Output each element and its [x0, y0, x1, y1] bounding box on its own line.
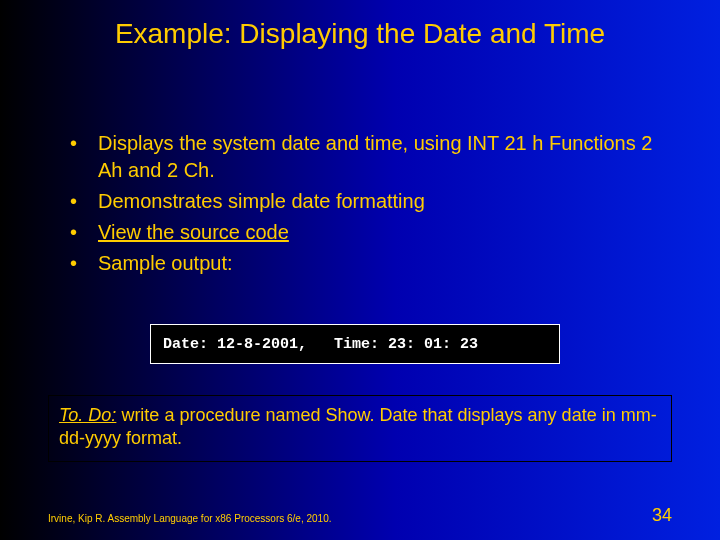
- bullet-dot: •: [70, 130, 98, 157]
- slide: Example: Displaying the Date and Time • …: [0, 0, 720, 540]
- list-item: • Displays the system date and time, usi…: [70, 130, 660, 184]
- bullet-dot: •: [70, 188, 98, 215]
- footer-citation: Irvine, Kip R. Assembly Language for x86…: [48, 513, 332, 524]
- list-item: • Demonstrates simple date formatting: [70, 188, 660, 215]
- source-code-link[interactable]: View the source code: [98, 219, 660, 246]
- bullet-dot: •: [70, 250, 98, 277]
- todo-text: write a procedure named Show. Date that …: [59, 405, 657, 448]
- bullet-text: Sample output:: [98, 250, 660, 277]
- slide-title: Example: Displaying the Date and Time: [0, 18, 720, 50]
- list-item: • View the source code: [70, 219, 660, 246]
- list-item: • Sample output:: [70, 250, 660, 277]
- bullet-dot: •: [70, 219, 98, 246]
- todo-box: To. Do: write a procedure named Show. Da…: [48, 395, 672, 462]
- bullet-list: • Displays the system date and time, usi…: [70, 130, 660, 281]
- page-number: 34: [652, 505, 672, 526]
- sample-output-box: Date: 12-8-2001, Time: 23: 01: 23: [150, 324, 560, 364]
- bullet-text: Displays the system date and time, using…: [98, 130, 660, 184]
- bullet-text: Demonstrates simple date formatting: [98, 188, 660, 215]
- todo-lead: To. Do:: [59, 405, 116, 425]
